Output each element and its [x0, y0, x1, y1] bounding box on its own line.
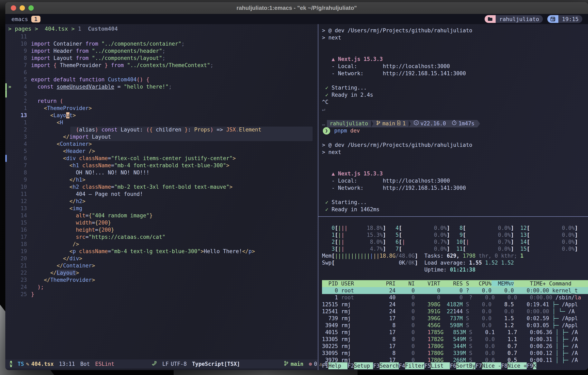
gutter: [8, 141, 14, 148]
code-line: 1 <H: [5, 119, 318, 126]
shell-input-line[interactable]: ❯ pnpm dev: [322, 127, 588, 134]
terminal-line: - Network: http://192.168.15.141:3000: [322, 70, 588, 77]
line-number: 21: [14, 262, 31, 269]
gutter: [8, 255, 14, 262]
fkey-F6[interactable]: F6: [450, 362, 456, 369]
fkey-label-F9[interactable]: K: [533, 362, 536, 369]
htop-row: [322, 273, 588, 280]
prompt-char: ❯: [323, 127, 330, 134]
line-number: 3: [14, 90, 31, 98]
gutter: [8, 47, 14, 55]
terminal-line: [322, 163, 588, 170]
fkey-F9[interactable]: F9: [527, 362, 533, 369]
line-number: 6: [14, 155, 31, 162]
terminal-line: ✓ Ready in 1462ms: [322, 206, 588, 213]
fkey-label-F2[interactable]: Setup: [354, 362, 373, 369]
fkey-F2[interactable]: F2: [347, 362, 354, 369]
code-line: »4 const someUnusedVariable = "hello the…: [5, 83, 318, 90]
terminal-line: [322, 48, 588, 56]
gutter: [8, 33, 14, 40]
fkey-F4[interactable]: F4: [399, 362, 405, 369]
gutter: [8, 155, 14, 162]
fkey-label-F6[interactable]: SortBy: [456, 362, 475, 369]
modeline: N TS ✎ 404.tsx 13:11 Bot ESLint LF UTF-8…: [5, 359, 318, 368]
titlebar[interactable]: rahuljuliato:1:emacs - "ek ~/P/g/rahulju…: [5, 2, 588, 14]
fkey-label-F4[interactable]: Filter: [405, 362, 424, 369]
code-line: 8 OH NO!... NO! NO! NO!!!: [5, 169, 318, 176]
gutter: [8, 226, 14, 233]
code-line: 17 src="https://cataas.com/cat": [5, 233, 318, 241]
terminal-pane[interactable]: > @ dev /Users/rmj/Projects/github/rahul…: [318, 24, 588, 370]
terminal-line: [322, 77, 588, 84]
htop-function-bar: F1Help F2Setup F3SearchF4FilterF5List F6…: [322, 362, 588, 369]
code-line: 13 <img: [5, 205, 318, 212]
fkey-label-F5[interactable]: List: [431, 362, 450, 369]
fkey-F7[interactable]: F7: [475, 362, 482, 369]
code-line: 10 <h2 className="mb-2 text-3xl font-bol…: [5, 183, 318, 191]
close-button[interactable]: [11, 5, 16, 11]
terminal-line: [322, 113, 588, 120]
fkey-F3[interactable]: F3: [373, 362, 379, 369]
htop-row: 0[||| 18.8%] 4[ 0.0%] 8[ 0.0%] 12[ 0.0%]: [322, 224, 588, 232]
terminal-line: - Network: http://192.168.15.141:3000: [322, 184, 588, 192]
line-number: 23: [14, 276, 31, 284]
gutter: [8, 90, 14, 98]
htop-row: 3[|| 4.7%] 7[ 0.0%] 11[ 0.0%] 15[ 0.0%]: [322, 245, 588, 252]
terminal-line: ✓ Ready in 2.4s: [322, 91, 588, 99]
code-line: 9import Header from "../components/heade…: [5, 47, 318, 55]
code-line: 23 </ThemeProvider>: [5, 276, 318, 284]
line-number: 17: [14, 233, 31, 241]
line-number: 7: [14, 62, 31, 69]
terminal-line: [322, 156, 588, 163]
line-number: 16: [14, 226, 31, 233]
eol-indicator: LF: [162, 361, 168, 367]
tab-badge: 1: [31, 16, 40, 22]
fkey-label-F1[interactable]: Help: [328, 362, 347, 369]
prompt-user: rahuljuliato: [330, 120, 368, 127]
htop-table-header[interactable]: PID USER PRI NI VIRT RES S CPU% MEM%▽ TI…: [322, 280, 588, 287]
fkey-F1[interactable]: F1: [322, 362, 328, 369]
htop-row: [322, 218, 588, 224]
tab-emacs[interactable]: emacs 1: [11, 16, 41, 22]
folder-icon: [485, 15, 496, 23]
errors-count: 0: [314, 361, 317, 367]
encoding: UTF-8: [171, 361, 187, 367]
gutter: [8, 133, 14, 141]
file-name[interactable]: 404.tsx: [31, 361, 54, 367]
code-line: 20 </div>: [5, 255, 318, 262]
code-line: 13 <Layout>: [5, 112, 318, 119]
fkey-F8[interactable]: F8: [501, 362, 507, 369]
gutter: [8, 241, 14, 248]
svg-text:s: s: [415, 121, 417, 124]
branch-name[interactable]: main: [291, 361, 304, 367]
fkey-label-F3[interactable]: Search: [380, 362, 399, 369]
code-line: 8import Layout from "../components/layou…: [5, 55, 318, 62]
emacs-pane[interactable]: > pages > 404.tsx > 1 Custom404 1110impo…: [5, 24, 318, 370]
code-line: 9 </h1>: [5, 176, 318, 183]
major-mode[interactable]: TypeScript[TSX]: [192, 361, 240, 367]
code-line: 15 width={200}: [5, 219, 318, 226]
line-number: 10: [14, 183, 31, 191]
typescript-icon: TS: [18, 361, 24, 367]
code-editor[interactable]: 1110import Container from "../components…: [5, 33, 318, 370]
minimize-button[interactable]: [20, 5, 25, 11]
code-line: 5export default function Custom404() {: [5, 76, 318, 83]
gutter: [8, 169, 14, 176]
code-line: 6 <div className="flex-col items-center …: [5, 155, 318, 162]
terminal-line: > next: [322, 34, 588, 41]
gutter-marker-icon: »: [8, 83, 14, 90]
line-number: 11: [14, 33, 31, 40]
gutter: [8, 105, 14, 112]
linter-name[interactable]: ESLint: [95, 361, 115, 367]
gutter: [8, 69, 14, 76]
line-number: 9: [14, 176, 31, 183]
code-line: 7import { ThemeProvider } from "../conte…: [5, 62, 318, 69]
fkey-label-F8[interactable]: Nice +: [507, 362, 527, 369]
zoom-button[interactable]: [28, 5, 34, 11]
gutter: [8, 40, 14, 47]
nodejs-icon: s: [414, 120, 419, 127]
fkey-label-F7[interactable]: Nice -: [482, 362, 501, 369]
fkey-F5[interactable]: F5: [424, 362, 431, 369]
code-line: 24 );: [5, 284, 318, 291]
line-number: 3: [14, 133, 31, 141]
